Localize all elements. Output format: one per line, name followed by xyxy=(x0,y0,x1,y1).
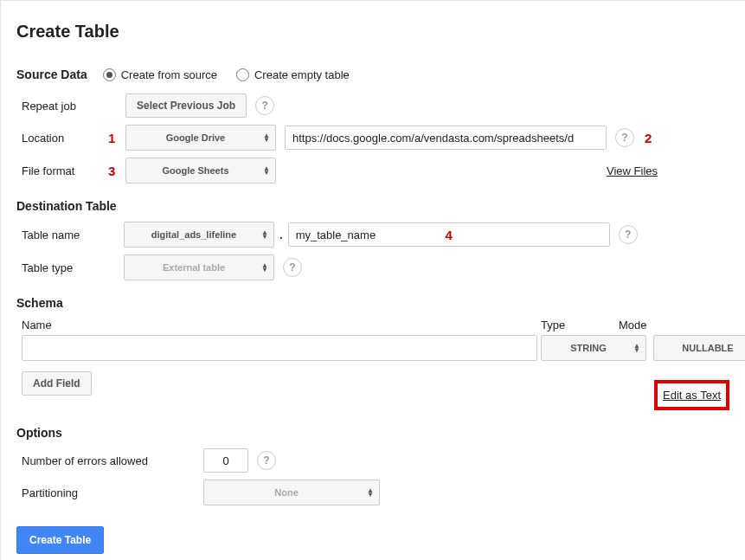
separator-dot: . xyxy=(279,229,283,241)
radio-label: Create from source xyxy=(121,68,217,81)
edit-as-text-highlight: Edit as Text xyxy=(654,380,729,410)
schema-heading: Schema xyxy=(16,296,729,310)
chevron-updown-icon: ▲▼ xyxy=(263,166,270,175)
source-data-heading: Source Data xyxy=(16,68,87,81)
help-icon[interactable]: ? xyxy=(255,96,274,115)
schema-mode-select[interactable]: NULLABLE ▲▼ xyxy=(653,335,745,361)
page-title: Create Table xyxy=(16,22,729,42)
chevron-updown-icon: ▲▼ xyxy=(633,344,640,352)
file-format-select[interactable]: Google Sheets ▲▼ xyxy=(125,158,276,183)
schema-row: STRING ▲▼ NULLABLE ▲▼ ✕ xyxy=(22,335,729,361)
dataset-select[interactable]: digital_ads_lifeline ▲▼ xyxy=(124,222,274,248)
destination-heading: Destination Table xyxy=(16,199,729,213)
select-previous-job-button[interactable]: Select Previous Job xyxy=(125,93,247,118)
location-label: Location xyxy=(22,132,108,145)
repeat-job-label: Repeat job xyxy=(22,100,108,113)
schema-col-mode: Mode xyxy=(619,319,714,331)
help-icon[interactable]: ? xyxy=(283,258,302,277)
add-field-button[interactable]: Add Field xyxy=(22,371,92,396)
options-heading: Options xyxy=(16,426,729,440)
partitioning-select[interactable]: None ▲▼ xyxy=(203,480,380,505)
table-type-label: Table type xyxy=(22,261,124,274)
annotation-4: 4 xyxy=(445,228,452,242)
view-files-link[interactable]: View Files xyxy=(607,164,658,177)
radio-label: Create empty table xyxy=(254,68,350,81)
create-table-button[interactable]: Create Table xyxy=(16,526,104,554)
help-icon[interactable]: ? xyxy=(615,128,634,147)
schema-name-input[interactable] xyxy=(22,335,537,361)
errors-label: Number of errors allowed xyxy=(22,454,203,467)
radio-create-from-source[interactable]: Create from source xyxy=(103,68,217,81)
annotation-2: 2 xyxy=(645,131,652,145)
radio-icon xyxy=(236,68,249,81)
chevron-updown-icon: ▲▼ xyxy=(261,230,268,239)
radio-icon xyxy=(103,68,116,81)
schema-col-name: Name xyxy=(22,319,541,331)
chevron-updown-icon: ▲▼ xyxy=(263,133,270,142)
chevron-updown-icon: ▲▼ xyxy=(367,488,374,497)
annotation-3: 3 xyxy=(108,164,125,178)
radio-create-empty[interactable]: Create empty table xyxy=(236,68,350,81)
location-select[interactable]: Google Drive ▲▼ xyxy=(125,125,276,151)
annotation-1: 1 xyxy=(108,131,125,145)
schema-type-select[interactable]: STRING ▲▼ xyxy=(541,335,646,361)
edit-as-text-link[interactable]: Edit as Text xyxy=(663,389,721,402)
table-name-label: Table name xyxy=(22,229,124,241)
schema-col-type: Type xyxy=(541,319,619,331)
file-format-label: File format xyxy=(22,164,108,177)
help-icon[interactable]: ? xyxy=(257,451,276,470)
table-type-select: External table ▲▼ xyxy=(124,254,274,280)
source-url-input[interactable] xyxy=(285,126,607,150)
chevron-updown-icon: ▲▼ xyxy=(261,263,268,272)
errors-input[interactable] xyxy=(203,448,248,473)
help-icon[interactable]: ? xyxy=(619,225,638,244)
partitioning-label: Partitioning xyxy=(22,486,203,499)
